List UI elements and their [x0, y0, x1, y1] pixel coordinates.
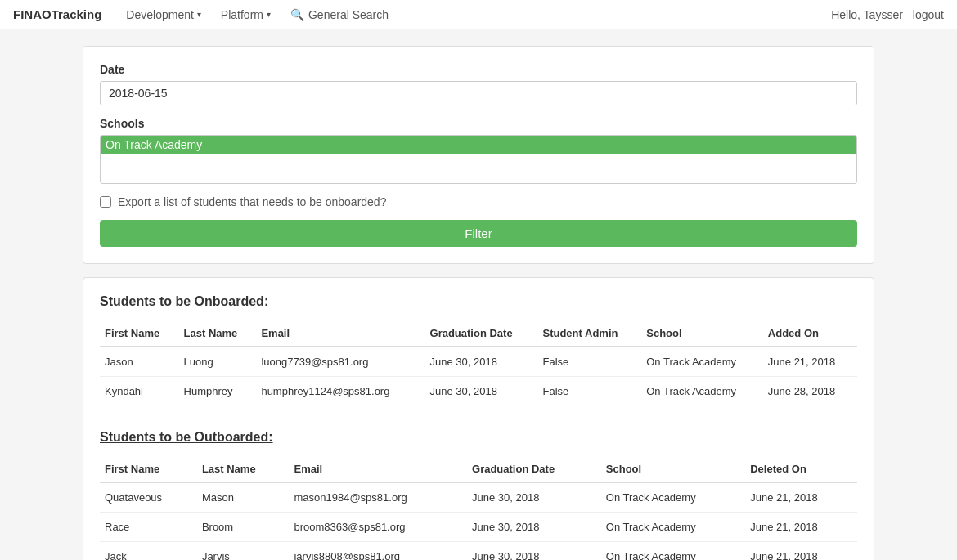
- col-email: Email: [256, 320, 425, 347]
- cell-first-name: Jason: [100, 347, 179, 377]
- outboarded-header-row: First Name Last Name Email Graduation Da…: [100, 456, 857, 482]
- cell-graduation-date: June 30, 2018: [425, 377, 538, 406]
- onboarded-title: Students to be Onboarded:: [100, 294, 857, 309]
- cell-first-name: Race: [100, 513, 197, 542]
- table-row: Race Broom broom8363@sps81.org June 30, …: [100, 513, 857, 542]
- cell-email: jarvis8808@sps81.org: [289, 542, 467, 561]
- nav-label-development: Development: [126, 8, 194, 21]
- search-icon: 🔍: [290, 8, 304, 21]
- nav-right: Hello, Taysser logout: [831, 8, 944, 21]
- filter-card: Date Schools On Track Academy Export a l…: [83, 46, 874, 264]
- cell-email: broom8363@sps81.org: [289, 513, 467, 542]
- schools-select[interactable]: On Track Academy: [100, 135, 857, 184]
- cell-graduation-date: June 30, 2018: [467, 482, 601, 513]
- user-greeting: Hello, Taysser: [831, 8, 903, 21]
- col-graduation-date: Graduation Date: [467, 456, 601, 482]
- cell-last-name: Broom: [197, 513, 290, 542]
- nav-item-platform[interactable]: Platform ▾: [213, 2, 279, 28]
- cell-school: On Track Academy: [641, 377, 763, 406]
- cell-school: On Track Academy: [601, 482, 745, 513]
- cell-school: On Track Academy: [601, 513, 745, 542]
- export-checkbox-group: Export a list of students that needs to …: [100, 195, 857, 208]
- cell-student-admin: False: [537, 377, 641, 406]
- cell-email: luong7739@sps81.org: [256, 347, 425, 377]
- col-last-name: Last Name: [197, 456, 290, 482]
- cell-last-name: Luong: [179, 347, 257, 377]
- export-checkbox[interactable]: [100, 196, 111, 208]
- brand-logo[interactable]: FINAOTracking: [13, 7, 101, 21]
- cell-last-name: Mason: [197, 482, 290, 513]
- schools-group: Schools On Track Academy: [100, 117, 857, 184]
- col-added-on: Added On: [763, 320, 857, 347]
- cell-graduation-date: June 30, 2018: [425, 347, 538, 377]
- cell-last-name: Jarvis: [197, 542, 290, 561]
- cell-first-name: Kyndahl: [100, 377, 179, 406]
- cell-school: On Track Academy: [601, 542, 745, 561]
- cell-email: mason1984@sps81.org: [289, 482, 467, 513]
- schools-label: Schools: [100, 117, 857, 130]
- date-group: Date: [100, 63, 857, 105]
- results-card: Students to be Onboarded: First Name Las…: [83, 277, 874, 560]
- col-email: Email: [289, 456, 467, 482]
- cell-first-name: Jack: [100, 542, 197, 561]
- table-row: Jack Jarvis jarvis8808@sps81.org June 30…: [100, 542, 857, 561]
- col-student-admin: Student Admin: [537, 320, 641, 347]
- col-school: School: [601, 456, 745, 482]
- outboarded-title: Students to be Outboarded:: [100, 430, 857, 445]
- school-option[interactable]: On Track Academy: [101, 136, 856, 154]
- cell-deleted-on: June 21, 2018: [745, 513, 857, 542]
- cell-graduation-date: June 30, 2018: [467, 513, 601, 542]
- filter-button[interactable]: Filter: [100, 220, 857, 247]
- main-content: Date Schools On Track Academy Export a l…: [70, 46, 887, 560]
- date-label: Date: [100, 63, 857, 76]
- table-row: Kyndahl Humphrey humphrey1124@sps81.org …: [100, 377, 857, 406]
- nav-items: Development ▾ Platform ▾ 🔍 General Searc…: [118, 2, 831, 28]
- col-last-name: Last Name: [179, 320, 257, 347]
- cell-graduation-date: June 30, 2018: [467, 542, 601, 561]
- cell-student-admin: False: [537, 347, 641, 377]
- col-first-name: First Name: [100, 456, 197, 482]
- date-input[interactable]: [100, 81, 857, 105]
- col-deleted-on: Deleted On: [745, 456, 857, 482]
- onboarded-header-row: First Name Last Name Email Graduation Da…: [100, 320, 857, 347]
- cell-deleted-on: June 21, 2018: [745, 542, 857, 561]
- cell-last-name: Humphrey: [179, 377, 257, 406]
- cell-added-on: June 21, 2018: [763, 347, 857, 377]
- cell-deleted-on: June 21, 2018: [745, 482, 857, 513]
- cell-first-name: Quataveous: [100, 482, 197, 513]
- outboarded-table: First Name Last Name Email Graduation Da…: [100, 456, 857, 560]
- cell-school: On Track Academy: [641, 347, 763, 377]
- nav-label-platform: Platform: [221, 8, 263, 21]
- col-school: School: [641, 320, 763, 347]
- onboarded-table: First Name Last Name Email Graduation Da…: [100, 320, 857, 405]
- chevron-down-icon: ▾: [197, 10, 201, 19]
- logout-button[interactable]: logout: [913, 8, 944, 21]
- nav-item-development[interactable]: Development ▾: [118, 2, 209, 28]
- export-checkbox-label: Export a list of students that needs to …: [118, 195, 386, 208]
- navbar: FINAOTracking Development ▾ Platform ▾ 🔍…: [0, 0, 957, 29]
- cell-email: humphrey1124@sps81.org: [256, 377, 425, 406]
- chevron-down-icon: ▾: [267, 10, 271, 19]
- col-graduation-date: Graduation Date: [425, 320, 538, 347]
- table-row: Quataveous Mason mason1984@sps81.org Jun…: [100, 482, 857, 513]
- onboarded-section: Students to be Onboarded: First Name Las…: [100, 294, 857, 405]
- general-search-button[interactable]: 🔍 General Search: [282, 2, 397, 28]
- table-row: Jason Luong luong7739@sps81.org June 30,…: [100, 347, 857, 377]
- search-label: General Search: [308, 8, 389, 21]
- col-first-name: First Name: [100, 320, 179, 347]
- cell-added-on: June 28, 2018: [763, 377, 857, 406]
- outboarded-section: Students to be Outboarded: First Name La…: [100, 430, 857, 560]
